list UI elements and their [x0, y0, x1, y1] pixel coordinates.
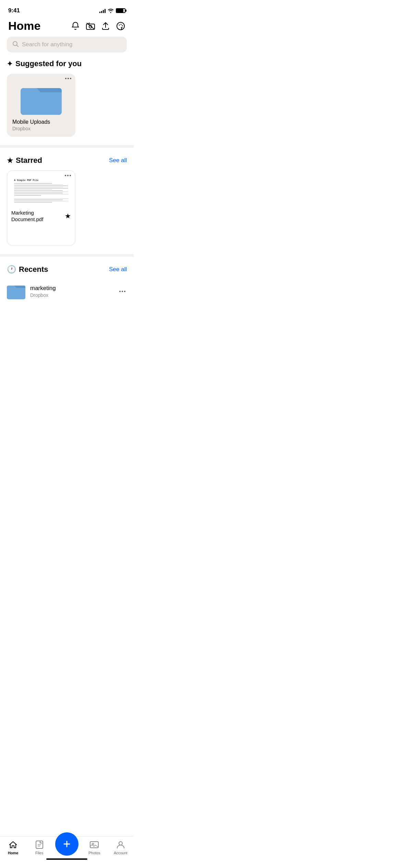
recent-folder-icon: [7, 282, 25, 301]
svg-point-5: [119, 24, 120, 25]
suggested-folder-card[interactable]: Mobile Uploads Dropbox: [7, 74, 75, 137]
starred-title: ★ Starred: [7, 156, 42, 165]
three-dots-icon: [119, 291, 125, 292]
section-divider: [0, 145, 134, 148]
svg-point-8: [122, 27, 123, 28]
recent-name: marketing: [30, 285, 113, 292]
section-divider-2: [0, 254, 134, 257]
recent-more-button[interactable]: [118, 289, 127, 293]
pdf-line: [14, 202, 52, 203]
camera-off-icon[interactable]: [86, 21, 95, 31]
recent-info: marketing Dropbox: [30, 285, 113, 298]
pdf-line: [14, 193, 63, 193]
suggested-title: ✦ Suggested for you: [7, 59, 82, 68]
signal-icon: [99, 8, 106, 13]
pdf-line: [14, 200, 63, 200]
bell-icon[interactable]: [71, 21, 80, 31]
search-bar[interactable]: Search for anything: [7, 37, 127, 52]
sparkle-icon: ✦: [7, 60, 13, 68]
pdf-line: [14, 188, 68, 189]
recent-list-item[interactable]: marketing Dropbox: [7, 279, 127, 303]
header: Home: [0, 16, 134, 37]
recents-title: 🕐 Recents: [7, 265, 48, 274]
pdf-line: [14, 195, 41, 196]
pdf-more-button[interactable]: [65, 175, 71, 176]
svg-point-6: [121, 24, 122, 25]
upload-icon[interactable]: [101, 21, 110, 31]
pdf-preview: A Simple PDF File: [11, 176, 71, 206]
recents-section: 🕐 Recents See all marketing Dropbox: [0, 258, 134, 307]
clock-icon: 🕐: [7, 265, 16, 274]
three-dots-icon: [65, 175, 71, 176]
svg-point-7: [122, 25, 123, 26]
recents-see-all[interactable]: See all: [109, 266, 127, 273]
folder-name: Mobile Uploads: [12, 119, 70, 125]
pdf-star-icon[interactable]: ★: [65, 212, 71, 220]
header-actions: [71, 21, 125, 31]
status-bar: 9:41: [0, 0, 134, 16]
svg-line-10: [17, 45, 18, 47]
wifi-icon: [108, 8, 114, 13]
search-placeholder: Search for anything: [22, 41, 72, 48]
starred-pdf-card[interactable]: A Simple PDF File Marketing Document.pdf…: [7, 170, 75, 246]
search-container: Search for anything: [0, 37, 134, 59]
search-icon: [12, 41, 19, 48]
pdf-line: [14, 187, 63, 188]
pdf-line: [14, 185, 68, 186]
pdf-line: [14, 183, 52, 184]
pdf-line: [14, 184, 63, 185]
folder-more-button[interactable]: [65, 78, 71, 79]
status-icons: [99, 8, 125, 13]
pdf-line: [14, 194, 68, 195]
recent-source: Dropbox: [30, 292, 113, 298]
folder-source: Dropbox: [12, 126, 70, 131]
starred-section: ★ Starred See all A Simple PDF File: [0, 149, 134, 253]
recents-header: 🕐 Recents See all: [7, 265, 127, 274]
folder-icon: [21, 82, 62, 116]
page-title: Home: [8, 19, 40, 33]
pdf-name: Marketing Document.pdf: [11, 209, 65, 223]
starred-header: ★ Starred See all: [7, 156, 127, 165]
suggested-header: ✦ Suggested for you: [7, 59, 127, 68]
suggested-section: ✦ Suggested for you Mobile Uploads Dropb…: [0, 59, 134, 144]
pdf-line: [14, 198, 68, 199]
starred-see-all[interactable]: See all: [109, 157, 127, 164]
star-icon: ★: [7, 156, 13, 165]
pdf-line: [14, 190, 63, 191]
pdf-line: [14, 189, 52, 190]
three-dots-icon: [65, 78, 71, 79]
battery-icon: [116, 8, 125, 13]
pdf-line: [14, 201, 68, 202]
pdf-name-row: Marketing Document.pdf ★: [11, 209, 71, 223]
pdf-line: [14, 192, 68, 192]
svg-point-9: [13, 41, 17, 46]
svg-point-4: [117, 22, 124, 30]
pdf-preview-title: A Simple PDF File: [14, 179, 68, 182]
status-time: 9:41: [8, 7, 20, 14]
palette-icon[interactable]: [116, 21, 125, 31]
